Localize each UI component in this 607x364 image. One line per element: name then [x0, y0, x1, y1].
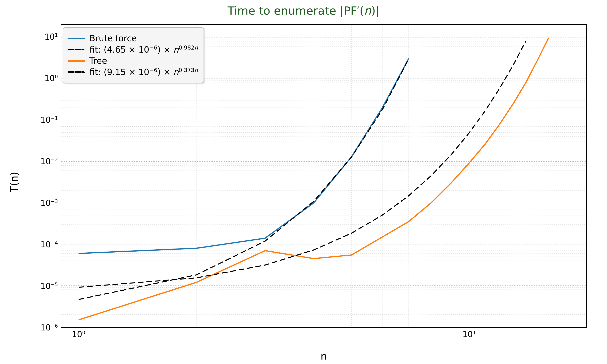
legend-swatch-fit1 — [67, 49, 85, 50]
chart-container: Time to enumerate |PF′(n)| T(n) n 10−610… — [0, 0, 607, 364]
legend-swatch-fit2 — [67, 71, 85, 73]
ytick-1e-6: 10−6 — [40, 323, 58, 332]
ytick-1e1: 101 — [44, 32, 58, 41]
legend-label-tree: Tree — [90, 56, 107, 66]
legend-label-fit1: fit: (4.65 × 10−6) × n0.982n — [90, 44, 198, 55]
legend-label-fit2: fit: (9.15 × 10−6) × n0.373n — [90, 67, 198, 77]
legend-entry-brute-force: Brute force — [67, 33, 198, 43]
series-1 — [79, 59, 409, 299]
ytick-1e0: 100 — [44, 74, 58, 83]
ytick-1e-5: 10−5 — [40, 282, 58, 291]
ytick-1e-3: 10−3 — [40, 198, 58, 208]
legend-label-brute: Brute force — [90, 33, 137, 43]
ytick-1e-4: 10−4 — [40, 240, 58, 249]
legend-entry-tree: Tree — [67, 56, 198, 66]
xtick-1e1: 101 — [462, 330, 476, 339]
legend-swatch-brute — [67, 38, 85, 39]
legend: Brute force fit: (4.65 × 10−6) × n0.982n… — [63, 27, 204, 83]
x-axis-label: n — [61, 350, 587, 362]
ytick-1e-2: 10−2 — [40, 157, 58, 166]
chart-title: Time to enumerate |PF′(n)| — [0, 4, 607, 17]
legend-entry-fit-brute: fit: (4.65 × 10−6) × n0.982n — [67, 44, 198, 55]
legend-entry-fit-tree: fit: (9.15 × 10−6) × n0.373n — [67, 67, 198, 77]
series-0 — [79, 59, 409, 254]
legend-swatch-tree — [67, 60, 85, 62]
ytick-1e-1: 10−1 — [40, 115, 58, 125]
xtick-1e0: 100 — [72, 330, 85, 339]
y-axis-label: T(n) — [8, 172, 20, 192]
